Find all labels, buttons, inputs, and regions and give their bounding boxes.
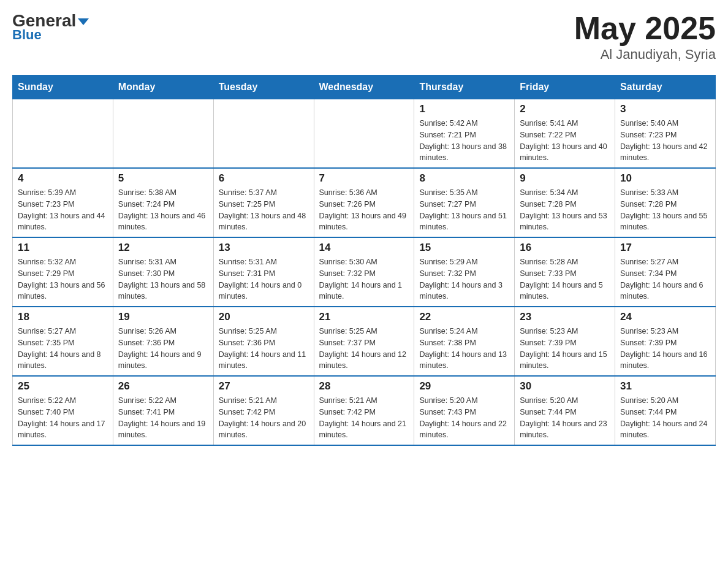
day-info: Sunrise: 5:22 AMSunset: 7:40 PMDaylight:… [18, 395, 108, 441]
calendar-cell: 3Sunrise: 5:40 AMSunset: 7:23 PMDaylight… [615, 99, 716, 169]
calendar-week-row: 4Sunrise: 5:39 AMSunset: 7:23 PMDaylight… [13, 168, 716, 237]
day-number: 25 [18, 380, 108, 393]
calendar-header-row: SundayMondayTuesdayWednesdayThursdayFrid… [13, 75, 716, 99]
day-number: 31 [620, 380, 710, 393]
day-info: Sunrise: 5:20 AMSunset: 7:43 PMDaylight:… [419, 395, 509, 441]
calendar-cell: 1Sunrise: 5:42 AMSunset: 7:21 PMDaylight… [414, 99, 515, 169]
day-number: 26 [118, 380, 208, 393]
calendar-cell: 10Sunrise: 5:33 AMSunset: 7:28 PMDayligh… [615, 168, 716, 237]
day-info: Sunrise: 5:36 AMSunset: 7:26 PMDaylight:… [319, 187, 409, 233]
day-info: Sunrise: 5:37 AMSunset: 7:25 PMDaylight:… [219, 187, 309, 233]
day-number: 1 [419, 103, 509, 115]
day-number: 14 [319, 242, 409, 254]
day-info: Sunrise: 5:29 AMSunset: 7:32 PMDaylight:… [419, 256, 509, 302]
day-number: 4 [18, 172, 108, 185]
day-number: 10 [620, 172, 710, 185]
day-info: Sunrise: 5:40 AMSunset: 7:23 PMDaylight:… [620, 118, 710, 164]
day-info: Sunrise: 5:27 AMSunset: 7:34 PMDaylight:… [620, 256, 710, 302]
calendar-cell: 28Sunrise: 5:21 AMSunset: 7:42 PMDayligh… [314, 376, 414, 445]
calendar-week-row: 18Sunrise: 5:27 AMSunset: 7:35 PMDayligh… [13, 307, 716, 376]
day-number: 27 [219, 380, 309, 393]
calendar-table: SundayMondayTuesdayWednesdayThursdayFrid… [12, 75, 716, 446]
calendar-cell: 5Sunrise: 5:38 AMSunset: 7:24 PMDaylight… [113, 168, 213, 237]
calendar-cell [213, 99, 314, 169]
calendar-cell: 6Sunrise: 5:37 AMSunset: 7:25 PMDaylight… [213, 168, 314, 237]
weekday-header: Thursday [414, 75, 515, 99]
calendar-cell: 30Sunrise: 5:20 AMSunset: 7:44 PMDayligh… [515, 376, 615, 445]
calendar-cell: 29Sunrise: 5:20 AMSunset: 7:43 PMDayligh… [414, 376, 515, 445]
calendar-cell: 15Sunrise: 5:29 AMSunset: 7:32 PMDayligh… [414, 237, 515, 307]
day-info: Sunrise: 5:34 AMSunset: 7:28 PMDaylight:… [520, 187, 610, 233]
day-info: Sunrise: 5:32 AMSunset: 7:29 PMDaylight:… [18, 256, 108, 302]
day-info: Sunrise: 5:26 AMSunset: 7:36 PMDaylight:… [118, 326, 208, 372]
calendar-cell: 18Sunrise: 5:27 AMSunset: 7:35 PMDayligh… [13, 307, 113, 376]
day-info: Sunrise: 5:42 AMSunset: 7:21 PMDaylight:… [419, 118, 509, 164]
calendar-cell: 26Sunrise: 5:22 AMSunset: 7:41 PMDayligh… [113, 376, 213, 445]
day-number: 21 [319, 311, 409, 323]
day-number: 3 [620, 103, 710, 115]
logo: General Blue [12, 12, 89, 43]
day-number: 28 [319, 380, 409, 393]
day-info: Sunrise: 5:31 AMSunset: 7:31 PMDaylight:… [219, 256, 309, 302]
day-number: 8 [419, 172, 509, 185]
day-number: 18 [18, 311, 108, 323]
day-number: 30 [520, 380, 610, 393]
day-number: 2 [520, 103, 610, 115]
calendar-cell: 25Sunrise: 5:22 AMSunset: 7:40 PMDayligh… [13, 376, 113, 445]
day-info: Sunrise: 5:30 AMSunset: 7:32 PMDaylight:… [319, 256, 409, 302]
day-info: Sunrise: 5:25 AMSunset: 7:36 PMDaylight:… [219, 326, 309, 372]
weekday-header: Monday [113, 75, 213, 99]
day-number: 22 [419, 311, 509, 323]
calendar-cell: 9Sunrise: 5:34 AMSunset: 7:28 PMDaylight… [515, 168, 615, 237]
day-number: 15 [419, 242, 509, 254]
location: Al Janudiyah, Syria [574, 47, 716, 63]
calendar-cell: 27Sunrise: 5:21 AMSunset: 7:42 PMDayligh… [213, 376, 314, 445]
day-number: 13 [219, 242, 309, 254]
calendar-week-row: 11Sunrise: 5:32 AMSunset: 7:29 PMDayligh… [13, 237, 716, 307]
day-number: 24 [620, 311, 710, 323]
calendar-cell: 21Sunrise: 5:25 AMSunset: 7:37 PMDayligh… [314, 307, 414, 376]
calendar-cell: 16Sunrise: 5:28 AMSunset: 7:33 PMDayligh… [515, 237, 615, 307]
title-block: May 2025 Al Janudiyah, Syria [574, 12, 716, 63]
day-info: Sunrise: 5:27 AMSunset: 7:35 PMDaylight:… [18, 326, 108, 372]
day-info: Sunrise: 5:20 AMSunset: 7:44 PMDaylight:… [620, 395, 710, 441]
weekday-header: Tuesday [213, 75, 314, 99]
day-info: Sunrise: 5:31 AMSunset: 7:30 PMDaylight:… [118, 256, 208, 302]
day-info: Sunrise: 5:35 AMSunset: 7:27 PMDaylight:… [419, 187, 509, 233]
day-number: 29 [419, 380, 509, 393]
day-info: Sunrise: 5:41 AMSunset: 7:22 PMDaylight:… [520, 118, 610, 164]
day-info: Sunrise: 5:23 AMSunset: 7:39 PMDaylight:… [620, 326, 710, 372]
calendar-cell: 19Sunrise: 5:26 AMSunset: 7:36 PMDayligh… [113, 307, 213, 376]
calendar-cell [113, 99, 213, 169]
calendar-cell: 12Sunrise: 5:31 AMSunset: 7:30 PMDayligh… [113, 237, 213, 307]
calendar-cell: 20Sunrise: 5:25 AMSunset: 7:36 PMDayligh… [213, 307, 314, 376]
calendar-cell [13, 99, 113, 169]
weekday-header: Friday [515, 75, 615, 99]
day-info: Sunrise: 5:25 AMSunset: 7:37 PMDaylight:… [319, 326, 409, 372]
day-number: 19 [118, 311, 208, 323]
calendar-week-row: 1Sunrise: 5:42 AMSunset: 7:21 PMDaylight… [13, 99, 716, 169]
calendar-cell: 14Sunrise: 5:30 AMSunset: 7:32 PMDayligh… [314, 237, 414, 307]
calendar-cell: 31Sunrise: 5:20 AMSunset: 7:44 PMDayligh… [615, 376, 716, 445]
day-number: 23 [520, 311, 610, 323]
calendar-cell: 22Sunrise: 5:24 AMSunset: 7:38 PMDayligh… [414, 307, 515, 376]
page-header: General Blue May 2025 Al Janudiyah, Syri… [12, 12, 716, 63]
day-number: 12 [118, 242, 208, 254]
calendar-cell: 17Sunrise: 5:27 AMSunset: 7:34 PMDayligh… [615, 237, 716, 307]
day-number: 20 [219, 311, 309, 323]
day-info: Sunrise: 5:28 AMSunset: 7:33 PMDaylight:… [520, 256, 610, 302]
day-number: 6 [219, 172, 309, 185]
day-number: 5 [118, 172, 208, 185]
day-info: Sunrise: 5:39 AMSunset: 7:23 PMDaylight:… [18, 187, 108, 233]
calendar-cell: 7Sunrise: 5:36 AMSunset: 7:26 PMDaylight… [314, 168, 414, 237]
day-info: Sunrise: 5:21 AMSunset: 7:42 PMDaylight:… [319, 395, 409, 441]
calendar-cell [314, 99, 414, 169]
day-info: Sunrise: 5:22 AMSunset: 7:41 PMDaylight:… [118, 395, 208, 441]
logo-blue: Blue [12, 27, 42, 43]
month-year: May 2025 [574, 12, 716, 44]
day-number: 7 [319, 172, 409, 185]
calendar-cell: 23Sunrise: 5:23 AMSunset: 7:39 PMDayligh… [515, 307, 615, 376]
day-number: 11 [18, 242, 108, 254]
day-info: Sunrise: 5:21 AMSunset: 7:42 PMDaylight:… [219, 395, 309, 441]
day-info: Sunrise: 5:20 AMSunset: 7:44 PMDaylight:… [520, 395, 610, 441]
